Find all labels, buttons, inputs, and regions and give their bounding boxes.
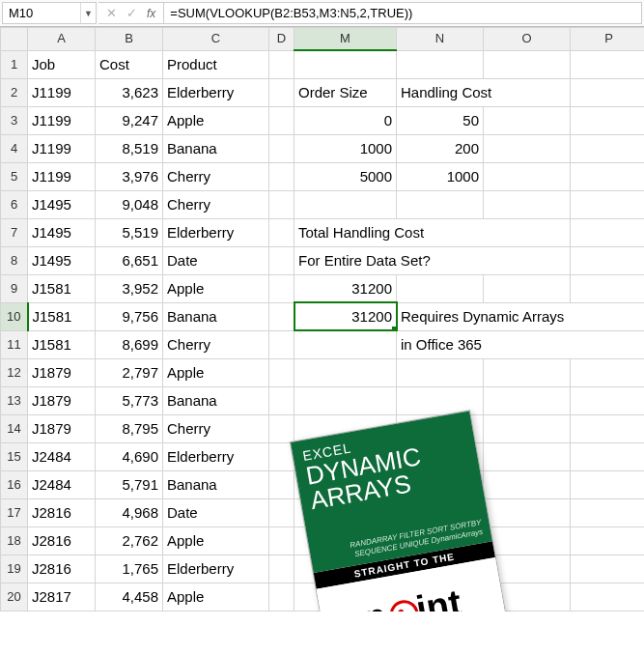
cell[interactable]: [269, 498, 294, 526]
name-box[interactable]: M10: [3, 3, 80, 23]
cell[interactable]: [571, 554, 645, 583]
cell[interactable]: [571, 50, 645, 78]
cell[interactable]: J1199: [28, 106, 96, 134]
cell[interactable]: [269, 442, 294, 470]
cell[interactable]: Banana: [163, 302, 269, 330]
cell[interactable]: [294, 583, 397, 611]
cell[interactable]: [294, 498, 397, 526]
cell[interactable]: [397, 498, 484, 526]
cell[interactable]: For Entire Data Set?: [294, 246, 571, 274]
cell[interactable]: 1000: [294, 134, 397, 162]
row-header[interactable]: 11: [1, 330, 28, 358]
cell[interactable]: 5,791: [96, 470, 163, 498]
cell[interactable]: [571, 498, 645, 526]
cell[interactable]: [397, 274, 484, 302]
col-header-O[interactable]: O: [484, 28, 571, 51]
row-header[interactable]: 9: [1, 274, 28, 302]
cell[interactable]: [294, 526, 397, 554]
active-cell[interactable]: 31200: [294, 302, 397, 330]
cell[interactable]: [269, 106, 294, 134]
cell[interactable]: [484, 190, 571, 218]
name-box-dropdown-icon[interactable]: ▼: [80, 3, 96, 23]
cell[interactable]: [484, 442, 571, 470]
cell[interactable]: J2816: [28, 526, 96, 554]
cell[interactable]: [571, 442, 645, 470]
cell[interactable]: [484, 134, 571, 162]
cell[interactable]: 1,765: [96, 554, 163, 583]
cell[interactable]: [269, 50, 294, 78]
row-header[interactable]: 1: [1, 50, 28, 78]
name-box-container[interactable]: M10 ▼: [2, 2, 97, 24]
cell[interactable]: 9,756: [96, 302, 163, 330]
fx-icon[interactable]: fx: [147, 7, 155, 20]
cell[interactable]: Date: [163, 498, 269, 526]
cell[interactable]: [397, 358, 484, 386]
cell[interactable]: [269, 330, 294, 358]
row-header[interactable]: 10: [1, 302, 28, 330]
cell[interactable]: [571, 470, 645, 498]
cell[interactable]: Elderberry: [163, 218, 269, 246]
col-header-B[interactable]: B: [96, 28, 163, 51]
cell[interactable]: [294, 50, 397, 78]
cell[interactable]: [269, 190, 294, 218]
cell[interactable]: Cherry: [163, 330, 269, 358]
row-header[interactable]: 7: [1, 218, 28, 246]
cell[interactable]: [397, 554, 484, 583]
cell[interactable]: [397, 470, 484, 498]
row-header[interactable]: 12: [1, 358, 28, 386]
cell[interactable]: [397, 50, 484, 78]
cell[interactable]: 5000: [294, 162, 397, 190]
cell[interactable]: [269, 134, 294, 162]
cell[interactable]: J2484: [28, 470, 96, 498]
row-header[interactable]: 15: [1, 442, 28, 470]
cell[interactable]: Cherry: [163, 162, 269, 190]
formula-input[interactable]: =SUM(VLOOKUP(B2:B53,M3:N5,2,TRUE)): [164, 2, 642, 24]
row-header[interactable]: 8: [1, 246, 28, 274]
row-header[interactable]: 4: [1, 134, 28, 162]
cell[interactable]: [269, 583, 294, 611]
cell[interactable]: Order Size: [294, 78, 397, 106]
cell[interactable]: J2816: [28, 554, 96, 583]
cell[interactable]: [484, 358, 571, 386]
cell[interactable]: Apple: [163, 358, 269, 386]
select-all-corner[interactable]: [1, 28, 28, 51]
cell[interactable]: [397, 583, 484, 611]
cell[interactable]: 6,651: [96, 246, 163, 274]
cell[interactable]: [484, 162, 571, 190]
col-header-P[interactable]: P: [571, 28, 645, 51]
cell[interactable]: 2,797: [96, 358, 163, 386]
cell[interactable]: [269, 162, 294, 190]
cell[interactable]: 2,762: [96, 526, 163, 554]
grid[interactable]: A B C D M N O P 1 Job Cost Product 2 J11…: [0, 27, 644, 611]
cell[interactable]: [294, 358, 397, 386]
cell[interactable]: 5,773: [96, 386, 163, 414]
col-header-N[interactable]: N: [397, 28, 484, 51]
cell[interactable]: [269, 274, 294, 302]
cell[interactable]: Banana: [163, 134, 269, 162]
cell[interactable]: Product: [163, 50, 269, 78]
cell[interactable]: [397, 414, 484, 442]
cell[interactable]: Total Handling Cost: [294, 218, 571, 246]
cell[interactable]: [484, 274, 571, 302]
cell[interactable]: [484, 50, 571, 78]
cell[interactable]: [571, 106, 645, 134]
cell[interactable]: Apple: [163, 274, 269, 302]
cell[interactable]: J2484: [28, 442, 96, 470]
cell[interactable]: 8,519: [96, 134, 163, 162]
cell[interactable]: [397, 526, 484, 554]
row-header[interactable]: 5: [1, 162, 28, 190]
cell[interactable]: 31200: [294, 274, 397, 302]
cell[interactable]: Banana: [163, 470, 269, 498]
row-header[interactable]: 2: [1, 78, 28, 106]
cell[interactable]: Apple: [163, 106, 269, 134]
cell[interactable]: [571, 358, 645, 386]
cell[interactable]: [294, 330, 397, 358]
cell[interactable]: J2817: [28, 583, 96, 611]
col-header-D[interactable]: D: [269, 28, 294, 51]
row-header[interactable]: 17: [1, 498, 28, 526]
cell[interactable]: J1495: [28, 246, 96, 274]
cell[interactable]: [484, 470, 571, 498]
cell[interactable]: J1879: [28, 414, 96, 442]
cell[interactable]: [269, 414, 294, 442]
cell[interactable]: 50: [397, 106, 484, 134]
